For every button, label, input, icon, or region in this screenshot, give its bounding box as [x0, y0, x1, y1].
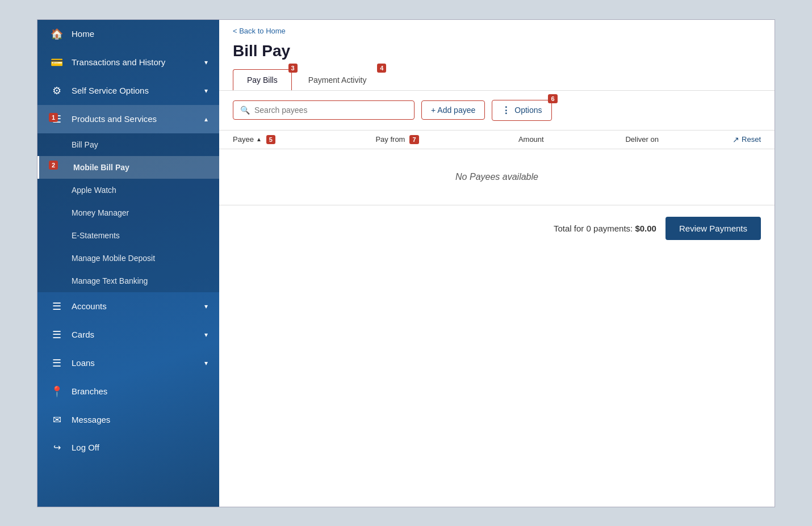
search-icon: 🔍: [240, 106, 250, 115]
back-link-text: < Back to Home: [233, 27, 286, 35]
sidebar-label-messages: Messages: [72, 415, 208, 424]
page-title: Bill Pay: [233, 42, 290, 60]
review-payments-button[interactable]: Review Payments: [665, 217, 761, 240]
sidebar-subitem-billpay[interactable]: Bill Pay: [37, 133, 219, 156]
products-submenu: Bill Pay 2 Mobile Bill Pay Apple Watch M…: [37, 133, 219, 292]
options-label: Options: [514, 106, 542, 115]
back-link[interactable]: < Back to Home: [219, 20, 775, 42]
th-payee: Payee ▲ 5: [233, 135, 375, 144]
managemobiledeposit-label: Manage Mobile Deposit: [72, 254, 155, 263]
reset-button[interactable]: ↗ Reset: [733, 135, 761, 144]
chevron-selfservice: ▾: [204, 87, 208, 95]
app-container: 🏠 Home 💳 Transactions and History ▾ ⚙ Se…: [37, 19, 775, 507]
sidebar-label-home: Home: [72, 29, 208, 39]
kebab-icon: ⋮: [501, 105, 511, 116]
options-button[interactable]: ⋮ Options: [492, 100, 551, 121]
sidebar-item-loans[interactable]: ☰ Loans ▾: [37, 349, 219, 377]
chevron-transactions: ▾: [204, 58, 208, 66]
main-content: < Back to Home Bill Pay 3 Pay Bills 4 Pa…: [219, 20, 775, 507]
gear-icon: ⚙: [49, 85, 65, 97]
payee-header-label: Payee: [233, 135, 254, 144]
sidebar-label-cards: Cards: [72, 330, 204, 339]
chevron-loans: ▾: [204, 359, 208, 367]
annotation-6: 6: [548, 94, 557, 103]
applewatch-label: Apple Watch: [72, 186, 116, 195]
annotation-1: 1: [49, 113, 58, 122]
sidebar-subitem-mobilebillpay[interactable]: Mobile Bill Pay: [37, 156, 219, 179]
loans-menu-icon: ☰: [49, 357, 65, 369]
sidebar-subitem-managemobiledeposit[interactable]: Manage Mobile Deposit: [37, 247, 219, 270]
sidebar-label-accounts: Accounts: [72, 301, 204, 311]
sidebar-item-accounts[interactable]: ☰ Accounts ▾: [37, 292, 219, 321]
search-box[interactable]: 🔍: [233, 100, 415, 120]
sidebar-subitem-moneymanager[interactable]: Money Manager: [37, 201, 219, 224]
accounts-menu-icon: ☰: [49, 300, 65, 313]
page-header: Bill Pay: [219, 42, 775, 69]
sidebar-item-transactions[interactable]: 💳 Transactions and History ▾: [37, 48, 219, 77]
sidebar-item-home[interactable]: 🏠 Home: [37, 20, 219, 48]
amount-header-label: Amount: [518, 135, 544, 144]
sidebar-label-loans: Loans: [72, 358, 204, 368]
total-label: Total for 0 payments:: [554, 224, 633, 233]
tab-paybills-label: Pay Bills: [247, 75, 278, 85]
tab-paymentactivity-label: Payment Activity: [308, 75, 367, 85]
card-icon: 💳: [49, 56, 65, 69]
th-deliver: Deliver on: [625, 135, 733, 144]
chevron-cards: ▾: [204, 331, 208, 339]
sidebar-subitem-managetextbanking[interactable]: Manage Text Banking: [37, 270, 219, 292]
sidebar-item-selfservice[interactable]: ⚙ Self Service Options ▾: [37, 77, 219, 105]
no-payees-text: No Payees available: [455, 172, 538, 182]
sidebar-item-logoff[interactable]: ↪ Log Off: [37, 434, 219, 461]
tab-paybills[interactable]: Pay Bills: [233, 69, 292, 90]
footer-row: Total for 0 payments: $0.00 Review Payme…: [219, 205, 775, 251]
reset-label: Reset: [742, 135, 761, 144]
tab-paymentactivity[interactable]: Payment Activity: [294, 69, 381, 90]
mobilebillpay-label: Mobile Bill Pay: [73, 163, 129, 172]
annotation-5: 5: [266, 135, 275, 144]
total-text: Total for 0 payments: $0.00: [554, 224, 656, 233]
annotation-4: 4: [377, 64, 386, 73]
table-header: Payee ▲ 5 Pay from 7 Amount Deliver on ↗…: [219, 130, 775, 149]
review-payments-label: Review Payments: [679, 224, 747, 233]
location-icon: 📍: [49, 385, 65, 398]
tabs-row: 3 Pay Bills 4 Payment Activity: [219, 69, 775, 91]
sidebar-label-logoff: Log Off: [72, 443, 208, 452]
annotation-7: 7: [409, 135, 418, 144]
cards-menu-icon: ☰: [49, 329, 65, 341]
home-icon: 🏠: [49, 28, 65, 40]
sidebar-item-messages[interactable]: ✉ Messages: [37, 406, 219, 434]
chevron-accounts: ▾: [204, 302, 208, 310]
add-payee-label: + Add payee: [431, 106, 475, 115]
sidebar-subitem-applewatch[interactable]: Apple Watch: [37, 179, 219, 201]
reset-icon: ↗: [733, 135, 739, 144]
th-amount: Amount: [518, 135, 626, 144]
payfrom-header-label: Pay from: [375, 135, 405, 144]
th-payfrom: Pay from 7: [375, 135, 518, 144]
sidebar-label-branches: Branches: [72, 386, 208, 396]
logoff-icon: ↪: [49, 442, 65, 453]
sidebar-label-transactions: Transactions and History: [72, 57, 204, 67]
toolbar-row: 🔍 + Add payee 6 ⋮ Options: [219, 91, 775, 130]
chevron-products: ▴: [204, 115, 208, 123]
annotation-3: 3: [288, 64, 298, 73]
sidebar-item-cards[interactable]: ☰ Cards ▾: [37, 321, 219, 349]
sidebar-item-branches[interactable]: 📍 Branches: [37, 377, 219, 406]
total-amount: $0.00: [635, 224, 656, 233]
deliver-header-label: Deliver on: [625, 135, 659, 144]
managetextbanking-label: Manage Text Banking: [72, 276, 148, 285]
sidebar: 🏠 Home 💳 Transactions and History ▾ ⚙ Se…: [37, 20, 219, 507]
sidebar-subitem-estatements[interactable]: E-Statements: [37, 224, 219, 247]
sidebar-item-products[interactable]: ☰ Products and Services ▴: [37, 105, 219, 133]
mail-icon: ✉: [49, 414, 65, 426]
no-payees-message: No Payees available: [219, 149, 775, 205]
sort-payee-icon[interactable]: ▲: [256, 136, 262, 142]
search-input[interactable]: [254, 106, 407, 115]
sidebar-label-products: Products and Services: [72, 114, 204, 124]
sidebar-label-selfservice: Self Service Options: [72, 86, 204, 95]
add-payee-button[interactable]: + Add payee: [421, 100, 485, 120]
moneymanager-label: Money Manager: [72, 208, 129, 217]
annotation-2: 2: [49, 161, 58, 170]
billpay-label: Bill Pay: [72, 140, 98, 149]
estatements-label: E-Statements: [72, 231, 120, 240]
